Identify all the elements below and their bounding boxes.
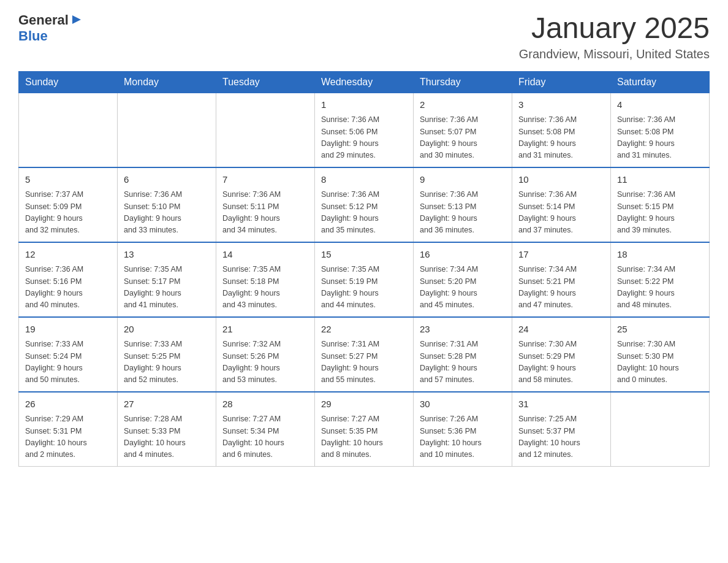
calendar-cell: 13Sunrise: 7:35 AMSunset: 5:17 PMDayligh…	[118, 242, 216, 317]
day-number: 2	[420, 98, 506, 112]
day-info: Sunrise: 7:33 AMSunset: 5:24 PMDaylight:…	[25, 339, 111, 386]
logo-general-text: General	[18, 12, 69, 28]
day-info: Sunrise: 7:34 AMSunset: 5:22 PMDaylight:…	[617, 264, 703, 312]
calendar-cell	[611, 392, 710, 467]
page-header: General Blue January 2025 Grandview, Mis…	[18, 12, 710, 61]
day-number: 6	[124, 173, 210, 187]
day-number: 31	[518, 397, 604, 412]
calendar-cell: 28Sunrise: 7:27 AMSunset: 5:34 PMDayligh…	[216, 392, 315, 467]
day-number: 23	[420, 323, 506, 337]
day-info: Sunrise: 7:36 AMSunset: 5:07 PMDaylight:…	[420, 114, 506, 162]
day-number: 19	[25, 323, 111, 337]
calendar-cell: 14Sunrise: 7:35 AMSunset: 5:18 PMDayligh…	[216, 242, 315, 317]
calendar-cell	[118, 93, 216, 167]
day-info: Sunrise: 7:30 AMSunset: 5:29 PMDaylight:…	[518, 339, 604, 386]
calendar-week-2: 5Sunrise: 7:37 AMSunset: 5:09 PMDaylight…	[19, 167, 710, 242]
day-number: 29	[321, 397, 407, 412]
calendar-header-friday: Friday	[512, 71, 611, 93]
day-info: Sunrise: 7:27 AMSunset: 5:34 PMDaylight:…	[222, 413, 308, 461]
calendar-cell: 1Sunrise: 7:36 AMSunset: 5:06 PMDaylight…	[315, 93, 414, 167]
calendar-cell: 2Sunrise: 7:36 AMSunset: 5:07 PMDaylight…	[414, 93, 512, 167]
day-info: Sunrise: 7:36 AMSunset: 5:15 PMDaylight:…	[617, 189, 703, 237]
calendar-cell: 8Sunrise: 7:36 AMSunset: 5:12 PMDaylight…	[315, 167, 414, 242]
day-number: 7	[222, 173, 308, 187]
calendar-week-1: 1Sunrise: 7:36 AMSunset: 5:06 PMDaylight…	[19, 93, 710, 167]
calendar-table: SundayMondayTuesdayWednesdayThursdayFrid…	[18, 71, 710, 467]
logo-arrow-icon	[70, 13, 83, 26]
day-info: Sunrise: 7:32 AMSunset: 5:26 PMDaylight:…	[222, 339, 308, 386]
day-number: 17	[518, 248, 604, 262]
calendar-cell: 19Sunrise: 7:33 AMSunset: 5:24 PMDayligh…	[19, 317, 118, 392]
calendar-cell: 18Sunrise: 7:34 AMSunset: 5:22 PMDayligh…	[611, 242, 710, 317]
day-info: Sunrise: 7:36 AMSunset: 5:12 PMDaylight:…	[321, 189, 407, 237]
calendar-cell: 27Sunrise: 7:28 AMSunset: 5:33 PMDayligh…	[118, 392, 216, 467]
day-info: Sunrise: 7:34 AMSunset: 5:21 PMDaylight:…	[518, 264, 604, 312]
day-info: Sunrise: 7:36 AMSunset: 5:16 PMDaylight:…	[25, 264, 111, 312]
calendar-header-thursday: Thursday	[414, 71, 512, 93]
day-number: 25	[617, 323, 703, 337]
day-info: Sunrise: 7:36 AMSunset: 5:08 PMDaylight:…	[518, 114, 604, 162]
calendar-cell: 30Sunrise: 7:26 AMSunset: 5:36 PMDayligh…	[414, 392, 512, 467]
calendar-cell: 16Sunrise: 7:34 AMSunset: 5:20 PMDayligh…	[414, 242, 512, 317]
calendar-cell: 23Sunrise: 7:31 AMSunset: 5:28 PMDayligh…	[414, 317, 512, 392]
day-number: 9	[420, 173, 506, 187]
calendar-cell: 15Sunrise: 7:35 AMSunset: 5:19 PMDayligh…	[315, 242, 414, 317]
day-info: Sunrise: 7:25 AMSunset: 5:37 PMDaylight:…	[518, 413, 604, 461]
calendar-cell	[216, 93, 315, 167]
day-info: Sunrise: 7:34 AMSunset: 5:20 PMDaylight:…	[420, 264, 506, 312]
day-info: Sunrise: 7:36 AMSunset: 5:11 PMDaylight:…	[222, 189, 308, 237]
day-number: 26	[25, 397, 111, 412]
day-number: 21	[222, 323, 308, 337]
calendar-cell: 31Sunrise: 7:25 AMSunset: 5:37 PMDayligh…	[512, 392, 611, 467]
day-info: Sunrise: 7:26 AMSunset: 5:36 PMDaylight:…	[420, 413, 506, 461]
calendar-cell: 17Sunrise: 7:34 AMSunset: 5:21 PMDayligh…	[512, 242, 611, 317]
day-number: 3	[518, 98, 604, 112]
day-info: Sunrise: 7:31 AMSunset: 5:28 PMDaylight:…	[420, 339, 506, 386]
day-number: 1	[321, 98, 407, 112]
location-title: Grandview, Missouri, United States	[519, 47, 710, 61]
calendar-cell: 10Sunrise: 7:36 AMSunset: 5:14 PMDayligh…	[512, 167, 611, 242]
calendar-cell: 3Sunrise: 7:36 AMSunset: 5:08 PMDaylight…	[512, 93, 611, 167]
month-title: January 2025	[519, 12, 710, 45]
calendar-cell: 25Sunrise: 7:30 AMSunset: 5:30 PMDayligh…	[611, 317, 710, 392]
calendar-header-sunday: Sunday	[19, 71, 118, 93]
calendar-week-5: 26Sunrise: 7:29 AMSunset: 5:31 PMDayligh…	[19, 392, 710, 467]
day-number: 18	[617, 248, 703, 262]
day-number: 4	[617, 98, 703, 112]
day-number: 15	[321, 248, 407, 262]
calendar-cell	[19, 93, 118, 167]
day-number: 20	[124, 323, 210, 337]
calendar-cell: 26Sunrise: 7:29 AMSunset: 5:31 PMDayligh…	[19, 392, 118, 467]
calendar-week-3: 12Sunrise: 7:36 AMSunset: 5:16 PMDayligh…	[19, 242, 710, 317]
calendar-header-row: SundayMondayTuesdayWednesdayThursdayFrid…	[19, 71, 710, 93]
day-number: 27	[124, 397, 210, 412]
day-info: Sunrise: 7:27 AMSunset: 5:35 PMDaylight:…	[321, 413, 407, 461]
day-number: 12	[25, 248, 111, 262]
day-number: 30	[420, 397, 506, 412]
day-number: 13	[124, 248, 210, 262]
logo-blue-text: Blue	[18, 28, 48, 44]
day-number: 10	[518, 173, 604, 187]
day-info: Sunrise: 7:33 AMSunset: 5:25 PMDaylight:…	[124, 339, 210, 386]
day-info: Sunrise: 7:37 AMSunset: 5:09 PMDaylight:…	[25, 189, 111, 237]
calendar-cell: 20Sunrise: 7:33 AMSunset: 5:25 PMDayligh…	[118, 317, 216, 392]
day-info: Sunrise: 7:35 AMSunset: 5:18 PMDaylight:…	[222, 264, 308, 312]
day-number: 5	[25, 173, 111, 187]
calendar-cell: 22Sunrise: 7:31 AMSunset: 5:27 PMDayligh…	[315, 317, 414, 392]
day-info: Sunrise: 7:35 AMSunset: 5:19 PMDaylight:…	[321, 264, 407, 312]
svg-marker-0	[72, 15, 81, 24]
calendar-cell: 21Sunrise: 7:32 AMSunset: 5:26 PMDayligh…	[216, 317, 315, 392]
day-info: Sunrise: 7:28 AMSunset: 5:33 PMDaylight:…	[124, 413, 210, 461]
calendar-header-wednesday: Wednesday	[315, 71, 414, 93]
calendar-header-tuesday: Tuesday	[216, 71, 315, 93]
calendar-cell: 24Sunrise: 7:30 AMSunset: 5:29 PMDayligh…	[512, 317, 611, 392]
day-info: Sunrise: 7:29 AMSunset: 5:31 PMDaylight:…	[25, 413, 111, 461]
day-number: 8	[321, 173, 407, 187]
day-info: Sunrise: 7:36 AMSunset: 5:10 PMDaylight:…	[124, 189, 210, 237]
calendar-header-monday: Monday	[118, 71, 216, 93]
calendar-cell: 11Sunrise: 7:36 AMSunset: 5:15 PMDayligh…	[611, 167, 710, 242]
day-info: Sunrise: 7:31 AMSunset: 5:27 PMDaylight:…	[321, 339, 407, 386]
day-info: Sunrise: 7:36 AMSunset: 5:08 PMDaylight:…	[617, 114, 703, 162]
day-info: Sunrise: 7:30 AMSunset: 5:30 PMDaylight:…	[617, 339, 703, 386]
logo: General Blue	[18, 12, 83, 44]
